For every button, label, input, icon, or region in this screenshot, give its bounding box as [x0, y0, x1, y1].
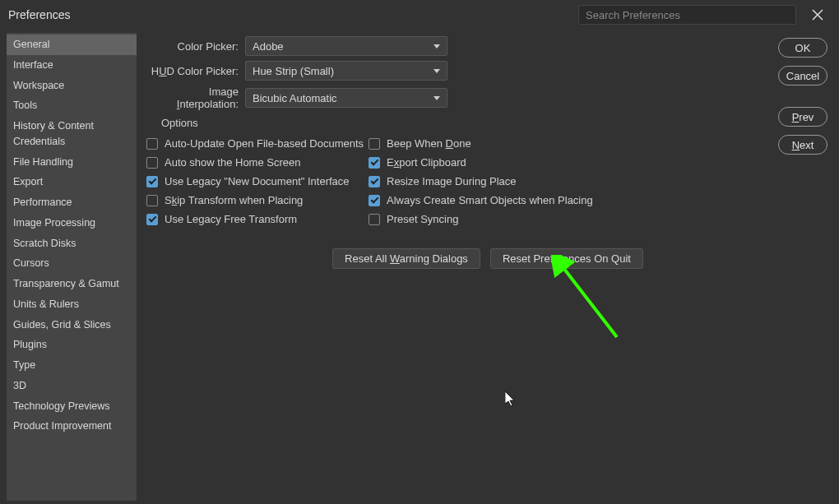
checkbox-right-3[interactable]: Always Create Smart Objects when Placing — [369, 191, 607, 210]
sidebar-item-tools[interactable]: Tools — [7, 95, 137, 116]
chevron-down-icon — [433, 69, 440, 73]
checkbox-left-3[interactable]: Skip Transform when Placing — [146, 191, 369, 210]
dropdown-hud-color-picker[interactable]: Hue Strip (Small) — [245, 61, 447, 81]
sidebar-item-3d[interactable]: 3D — [7, 376, 137, 396]
checkbox-right-2[interactable]: Resize Image During Place — [369, 172, 607, 191]
dropdown-color-picker[interactable]: Adobe — [245, 36, 447, 56]
checkbox-box — [146, 138, 158, 150]
label-hud-color-picker: HUD Color Picker: — [146, 65, 245, 77]
sidebar-item-file-handling[interactable]: File Handling — [7, 152, 137, 173]
sidebar-item-performance[interactable]: Performance — [7, 192, 137, 213]
checkbox-label: Use Legacy "New Document" Interface — [165, 175, 350, 187]
checkbox-left-1[interactable]: Auto show the Home Screen — [146, 153, 369, 172]
checkbox-label: Use Legacy Free Transform — [165, 213, 297, 225]
side-buttons: OK Cancel Prev Next — [778, 38, 827, 155]
close-icon — [812, 9, 823, 21]
row-color-picker: Color Picker: Adobe — [146, 36, 829, 56]
checkbox-label: Always Create Smart Objects when Placing — [387, 194, 593, 206]
checkbox-right-4[interactable]: Preset Syncing — [369, 210, 607, 229]
chevron-down-icon — [433, 44, 440, 49]
checkbox-box — [369, 176, 380, 187]
checkbox-box — [146, 195, 158, 206]
sidebar-item-plugins[interactable]: Plugins — [7, 335, 137, 355]
sidebar: GeneralInterfaceWorkspaceToolsHistory & … — [7, 33, 137, 501]
checkbox-label: Resize Image During Place — [387, 175, 517, 187]
sidebar-item-product-improvement[interactable]: Product Improvement — [7, 416, 137, 437]
label-image-interpolation: Image Interpolation: — [146, 86, 245, 110]
row-image-interpolation: Image Interpolation: Bicubic Automatic — [146, 86, 829, 110]
ok-button[interactable]: OK — [778, 38, 827, 58]
sidebar-item-export[interactable]: Export — [7, 172, 137, 192]
checkbox-left-4[interactable]: Use Legacy Free Transform — [146, 210, 369, 229]
close-button[interactable] — [804, 2, 831, 28]
checkbox-box — [369, 214, 380, 225]
checkbox-box — [369, 195, 380, 206]
dropdown-image-interpolation[interactable]: Bicubic Automatic — [245, 88, 447, 108]
checkbox-label: Preset Syncing — [387, 213, 458, 225]
sidebar-item-transparency-gamut[interactable]: Transparency & Gamut — [7, 274, 137, 294]
chevron-down-icon — [433, 96, 440, 100]
sidebar-item-units-rulers[interactable]: Units & Rulers — [7, 294, 137, 315]
sidebar-item-workspace[interactable]: Workspace — [7, 76, 137, 96]
label-color-picker: Color Picker: — [146, 40, 245, 53]
checkbox-label: Auto show the Home Screen — [165, 156, 300, 169]
checkbox-box — [146, 176, 158, 187]
checkbox-box — [369, 157, 380, 169]
sidebar-item-general[interactable]: General — [7, 35, 137, 55]
next-button[interactable]: Next — [778, 135, 827, 155]
search-input[interactable] — [578, 5, 796, 25]
sidebar-item-image-processing[interactable]: Image Processing — [7, 213, 137, 234]
sidebar-item-scratch-disks[interactable]: Scratch Disks — [7, 234, 137, 254]
sidebar-item-history-content-credentials[interactable]: History & Content Credentials — [7, 116, 137, 152]
reset-warnings-button[interactable]: Reset All Warning Dialogs — [332, 248, 480, 269]
action-row: Reset All Warning Dialogs Reset Preferen… — [146, 248, 829, 269]
checkbox-label: Beep When Done — [387, 137, 471, 150]
options-header: Options — [161, 117, 829, 129]
titlebar: Preferences — [0, 0, 839, 30]
sidebar-item-technology-previews[interactable]: Technology Previews — [7, 396, 137, 417]
checkbox-box — [146, 214, 158, 225]
reset-preferences-on-quit-button[interactable]: Reset Preferences On Quit — [490, 248, 643, 269]
main-panel: Color Picker: Adobe HUD Color Picker: Hu… — [137, 30, 839, 504]
checkbox-right-0[interactable]: Beep When Done — [369, 134, 607, 153]
checkbox-label: Auto-Update Open File-based Documents — [165, 137, 364, 150]
checkbox-left-2[interactable]: Use Legacy "New Document" Interface — [146, 172, 369, 191]
checkbox-right-1[interactable]: Export Clipboard — [369, 153, 607, 172]
checkbox-box — [146, 157, 158, 169]
prev-button[interactable]: Prev — [778, 107, 827, 127]
window-title: Preferences — [8, 8, 70, 21]
cancel-button[interactable]: Cancel — [778, 66, 827, 86]
sidebar-item-interface[interactable]: Interface — [7, 55, 137, 76]
checkbox-box — [369, 138, 380, 150]
checkbox-label: Export Clipboard — [387, 156, 466, 169]
sidebar-item-type[interactable]: Type — [7, 355, 137, 376]
options-section: Options Auto-Update Open File-based Docu… — [146, 117, 829, 229]
row-hud-color-picker: HUD Color Picker: Hue Strip (Small) — [146, 61, 829, 81]
checkbox-label: Skip Transform when Placing — [165, 194, 303, 206]
sidebar-item-guides-grid-slices[interactable]: Guides, Grid & Slices — [7, 315, 137, 335]
sidebar-item-cursors[interactable]: Cursors — [7, 253, 137, 274]
checkbox-left-0[interactable]: Auto-Update Open File-based Documents — [146, 134, 369, 153]
